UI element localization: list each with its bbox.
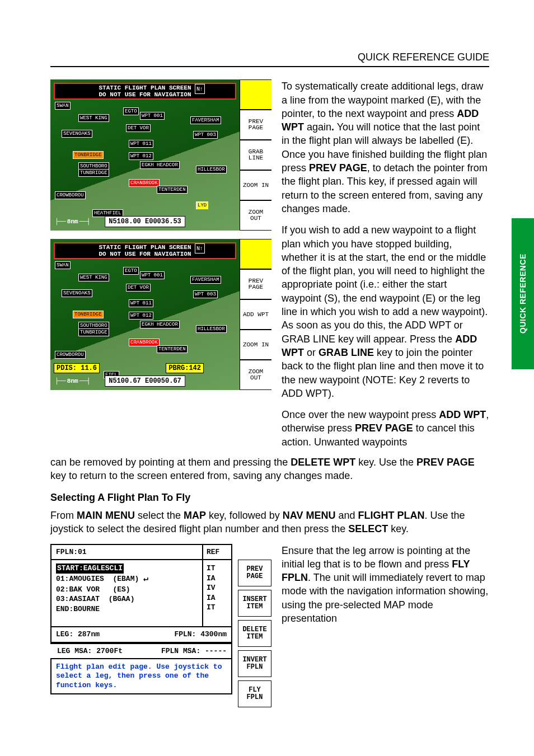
p5a: Ensure that the leg arrow is pointing at… (282, 545, 470, 570)
map2-label-tonbridge: TONBRIDGE (73, 311, 104, 318)
map-label-sevenoaks: SEVENOAKS (62, 130, 92, 138)
pbrg-readout: PBRG:142 (166, 363, 204, 373)
fpln-list: START:EAGLESCLI 01:AMOUGIES (EBAM) ↵ 02:… (51, 560, 231, 627)
p3j: key to return to the screen entered from… (50, 470, 353, 481)
fpln-row-1[interactable]: 02:BAK VOR (ES) (56, 585, 198, 595)
paragraph-grab-line: If you wish to add a new waypoint to a f… (282, 223, 489, 400)
fpln-items: START:EAGLESCLI 01:AMOUGIES (EBAM) ↵ 02:… (51, 560, 203, 626)
fpln-title: FPLN:01 (51, 545, 203, 560)
map-label-swan: SWAN (55, 102, 71, 110)
banner2-line2: DO NOT USE FOR NAVIGATION (56, 251, 234, 257)
fpln-start-item[interactable]: START:EAGLESCLI (56, 564, 124, 574)
softkey-2-zoom-out[interactable]: ZOOM OUT (240, 360, 271, 390)
page-header: QUICK REFERENCE GUIDE (50, 50, 489, 67)
fpln-ref-header: REF (203, 545, 231, 560)
bottom-right-text: Ensure that the leg arrow is pointing at… (282, 544, 489, 633)
map2-label-egto: EGTO (123, 267, 139, 275)
map-label-detvor: DET VOR (126, 124, 151, 132)
softkey-2-zoom-in[interactable]: ZOOM IN (240, 330, 271, 360)
fpln-leg-dist: LEG: 287nm (56, 630, 100, 640)
softkey-2-0[interactable] (240, 239, 271, 269)
map2-label-wpt012: WPT 012 (129, 312, 153, 320)
p3f: can be removed by pointing at them and p… (50, 457, 291, 468)
fpln-total-dist: FPLN: 4300nm (174, 630, 227, 640)
fpln-softkeys: PREV PAGE INSERT ITEM DELETE ITEM INVERT… (238, 544, 271, 711)
map-area-1: STATIC FLIGHT PLAN SCREEN DO NOT USE FOR… (50, 79, 240, 231)
screens-column: STATIC FLIGHT PLAN SCREEN DO NOT USE FOR… (50, 79, 271, 398)
softkey-1-grab-line[interactable]: GRAB LINE (240, 140, 271, 170)
softkey-1-0[interactable] (240, 79, 271, 110)
paragraph-delete-wpt: can be removed by pointing at them and p… (50, 456, 489, 483)
fpln-editor-screenshot: FPLN:01 REF START:EAGLESCLI 01:AMOUGIES … (50, 544, 271, 711)
fpln-ref-end: IT (207, 603, 228, 613)
fpln-ref-0: IA (207, 574, 228, 584)
map2-label-wpt001: WPT 001 (140, 271, 165, 279)
coord-box-2: N5100.67 E00050.67 (105, 375, 185, 387)
map-label-cranbrook: CRANBROOK (129, 179, 160, 187)
p4e: key, followed by (206, 510, 283, 521)
softkey-1-zoom-out[interactable]: ZOOM OUT (240, 200, 271, 231)
fpln-row-2[interactable]: 03:AASIAAT (BGAA) (56, 594, 198, 604)
fpln-softkey-delete-item[interactable]: DELETE ITEM (238, 620, 271, 647)
paragraph-once-over: Once over the new waypoint press ADD WPT… (282, 408, 489, 449)
p3a: Once over the new waypoint press (282, 409, 439, 420)
fpln-main-panel: FPLN:01 REF START:EAGLESCLI 01:AMOUGIES … (50, 544, 232, 694)
fpln-softkey-prev-page[interactable]: PREV PAGE (238, 560, 271, 586)
map2-label-faversham: FAVERSHAM (190, 276, 221, 284)
map2-label-crowborou: CROWBOROU (55, 351, 86, 359)
p2a: If you wish to add a new waypoint to a f… (282, 224, 488, 344)
map-label-tonbridge: TONBRIDGE (73, 151, 104, 159)
softkeys-2: PREV PAGE ADD WPT ZOOM IN ZOOM OUT (240, 239, 271, 390)
map2-label-wpt011: WPT 011 (129, 299, 153, 307)
map2-label-tenterden: TENTERDEN (157, 345, 188, 353)
map2-label-sevenoaks: SEVENOAKS (62, 289, 92, 297)
bottom-layout: FPLN:01 REF START:EAGLESCLI 01:AMOUGIES … (50, 544, 489, 711)
p1c: again (304, 121, 331, 133)
map2-label-cranbrook: CRANBROOK (129, 339, 160, 346)
fpln-leg-msa: LEG MSA: 2700Ft (57, 646, 123, 656)
map-label-tunbridge: TUNBRIDGE (78, 169, 109, 177)
p4h: FLIGHT PLAN (358, 510, 425, 521)
p4a: From (50, 510, 77, 521)
fpln-row1-name: 02:BAK VOR (56, 585, 100, 594)
scale-bar-1: 8nm (55, 218, 90, 226)
fpln-row0-name: 01:AMOUGIES (56, 575, 104, 583)
softkey-2-add-wpt[interactable]: ADD WPT (240, 299, 271, 330)
map-label-westking: WEST KING (78, 114, 109, 122)
fpln-column: FPLN:01 REF START:EAGLESCLI 01:AMOUGIES … (50, 544, 271, 711)
p4d: MAP (184, 510, 206, 521)
softkeys-1: PREV PAGE GRAB LINE ZOOM IN ZOOM OUT (240, 79, 271, 231)
scale-bar-2: 8nm (55, 377, 90, 386)
fpln-softkey-invert-fpln[interactable]: INVERT FPLN (238, 650, 271, 677)
banner-line1: STATIC FLIGHT PLAN SCREEN (56, 84, 234, 91)
fpln-msa-row: LEG MSA: 2700Ft FPLN MSA: ----- (50, 643, 231, 660)
fpln-row-0[interactable]: 01:AMOUGIES (EBAM) ↵ (56, 574, 198, 585)
softkey-2-prev-page[interactable]: PREV PAGE (240, 269, 271, 299)
map-label-wpt011: WPT 011 (129, 140, 153, 148)
p3d: PREV PAGE (355, 422, 413, 434)
map2-label-swan: SWAN (55, 261, 71, 269)
fpln-row1-code: (ES) (113, 585, 130, 594)
map-screenshot-1: STATIC FLIGHT PLAN SCREEN DO NOT USE FOR… (50, 79, 271, 231)
fpln-row0-code: (EBAM) (113, 575, 139, 583)
fpln-leg-row: LEG: 287nm FPLN: 4300nm (51, 627, 231, 643)
map-label-wpt012: WPT 012 (129, 152, 153, 160)
banner2-line1: STATIC FLIGHT PLAN SCREEN (56, 244, 234, 251)
fpln-ref-2: IA (207, 593, 228, 603)
fpln-total-msa: FPLN MSA: ----- (161, 646, 227, 656)
map-screenshot-2: STATIC FLIGHT PLAN SCREEN DO NOT USE FOR… (50, 239, 271, 390)
fpln-row2-name: 03:AASIAAT (56, 595, 100, 603)
fpln-softkey-fly-fpln[interactable]: FLY FPLN (238, 680, 271, 707)
softkey-1-zoom-in[interactable]: ZOOM IN (240, 170, 271, 200)
map-label-tenterden: TENTERDEN (157, 186, 188, 194)
map2-label-tunbridge: TUNBRIDGE (78, 328, 109, 336)
fpln-hint-text: Flight plan edit page. Use joystick to s… (51, 659, 231, 693)
map2-label-wpt003: WPT 003 (193, 290, 218, 298)
map-label-faversham: FAVERSHAM (190, 116, 221, 124)
page-content: QUICK REFERENCE GUIDE STATIC FLIGHT PLAN… (0, 0, 534, 733)
map-area-2: STATIC FLIGHT PLAN SCREEN DO NOT USE FOR… (50, 239, 240, 390)
map-banner-1: STATIC FLIGHT PLAN SCREEN DO NOT USE FOR… (54, 83, 236, 100)
softkey-1-prev-page[interactable]: PREV PAGE (240, 110, 271, 140)
fpln-end-item[interactable]: END:BOURNE (56, 604, 198, 614)
fpln-softkey-insert-item[interactable]: INSERT ITEM (238, 590, 271, 617)
